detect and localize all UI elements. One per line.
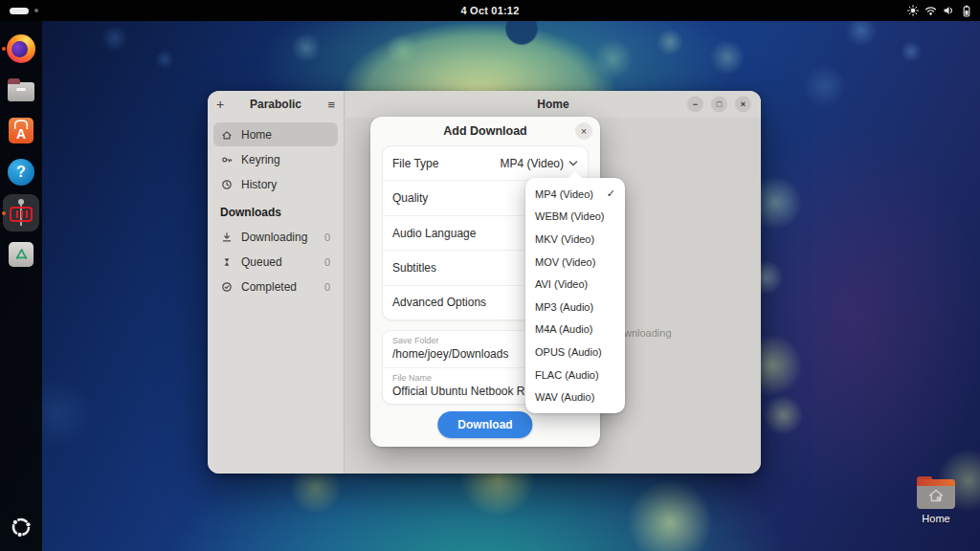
sidebar-header: + Parabolic ≡ <box>208 91 344 118</box>
sidebar-item-history[interactable]: History <box>213 172 338 196</box>
running-indicator-dot <box>2 47 6 51</box>
popover-arrow <box>568 171 582 178</box>
workspace-dot-icon <box>34 9 38 12</box>
top-bar: 4 Oct 01:12 <box>0 0 980 21</box>
popover-item-label: MP3 (Audio) <box>535 301 593 313</box>
popover-item-mkv-video[interactable]: MKV (Video) <box>525 228 625 251</box>
desktop-icon-label: Home <box>911 513 961 524</box>
dimmed-background-text: wnloading <box>624 327 672 339</box>
sidebar-item-label: Keyring <box>241 153 280 166</box>
close-window-button[interactable]: × <box>735 97 751 113</box>
file-type-value: MP4 (Video) <box>501 157 578 170</box>
add-download-button[interactable]: + <box>216 98 234 111</box>
popover-item-m4a-audio[interactable]: M4A (Audio) <box>525 319 625 342</box>
wifi-icon <box>924 5 937 16</box>
dock-item-firefox[interactable] <box>0 28 42 69</box>
ubuntu-software-icon: A <box>9 118 33 143</box>
chevron-down-icon <box>568 161 578 166</box>
clock[interactable]: 4 Oct 01:12 <box>461 5 520 16</box>
dock-item-trash[interactable] <box>0 233 42 275</box>
popover-item-mp3-audio[interactable]: MP3 (Audio) <box>525 296 625 319</box>
sidebar-item-queued[interactable]: Queued 0 <box>213 250 338 274</box>
dialog-title: Add Download <box>443 124 527 138</box>
home-folder-icon <box>917 479 955 509</box>
dock-item-help[interactable]: ? <box>0 151 42 192</box>
headerbar: Home − □ × <box>345 91 761 118</box>
sidebar: + Parabolic ≡ Home Keyring History Downl <box>208 91 345 474</box>
check-icon <box>607 187 615 200</box>
show-apps-button[interactable] <box>0 511 42 543</box>
popover-item-label: WAV (Audio) <box>535 391 594 403</box>
selected-file-type: MP4 (Video) <box>501 157 564 170</box>
popover-item-label: M4A (Audio) <box>535 323 593 335</box>
night-light-icon <box>907 5 919 16</box>
sidebar-item-label: Completed <box>241 280 297 294</box>
popover-item-mov-video[interactable]: MOV (Video) <box>525 251 625 274</box>
option-label: Quality <box>392 191 428 205</box>
download-arrow-icon <box>221 231 233 243</box>
sidebar-item-home[interactable]: Home <box>213 122 338 146</box>
sidebar-item-label: Queued <box>241 255 282 269</box>
sidebar-downloads-nav: Downloading 0 Queued 0 Completed 0 <box>208 225 344 298</box>
option-label: Advanced Options <box>392 296 486 309</box>
file-type-popover: MP4 (Video) WEBM (Video) MKV (Video) MOV… <box>525 178 625 413</box>
sidebar-item-keyring[interactable]: Keyring <box>213 147 338 171</box>
key-icon <box>221 154 233 165</box>
running-indicator-dot <box>2 211 6 215</box>
maximize-button[interactable]: □ <box>711 97 727 113</box>
battery-icon <box>961 5 972 17</box>
popover-item-label: MOV (Video) <box>535 256 595 268</box>
popover-item-webm-video[interactable]: WEBM (Video) <box>525 206 625 229</box>
volume-icon <box>943 5 955 16</box>
ubuntu-logo-icon <box>10 516 33 539</box>
popover-item-avi-video[interactable]: AVI (Video) <box>525 273 625 296</box>
option-label: Audio Language <box>392 227 476 240</box>
history-clock-icon <box>221 179 233 190</box>
dock-item-ubuntu-software[interactable]: A <box>0 110 42 151</box>
main-menu-button[interactable]: ≡ <box>318 99 335 111</box>
recycle-icon <box>14 248 29 261</box>
files-folder-icon <box>8 82 34 101</box>
completed-count-badge: 0 <box>324 281 330 293</box>
sidebar-item-completed[interactable]: Completed 0 <box>213 275 338 298</box>
workspace-pill-icon <box>10 8 29 14</box>
popover-item-label: AVI (Video) <box>535 278 588 290</box>
popover-item-label: FLAC (Audio) <box>535 369 599 381</box>
minimize-button[interactable]: − <box>687 97 703 113</box>
check-circle-icon <box>221 281 233 293</box>
firefox-icon <box>7 34 35 63</box>
parabolic-antenna-dot <box>18 199 24 205</box>
option-label: Subtitles <box>392 261 436 275</box>
downloading-count-badge: 0 <box>324 231 330 243</box>
sidebar-item-downloading[interactable]: Downloading 0 <box>213 225 338 249</box>
popover-item-label: WEBM (Video) <box>535 210 605 222</box>
file-type-row[interactable]: File Type MP4 (Video) <box>383 146 588 180</box>
popover-item-wav-audio[interactable]: WAV (Audio) <box>525 386 625 408</box>
desktop-screen: 4 Oct 01:12 A ? <box>0 0 980 551</box>
workspace-indicator[interactable] <box>10 0 38 21</box>
trash-icon <box>9 242 33 267</box>
page-title: Home <box>537 98 568 111</box>
dialog-header: Add Download × <box>370 117 600 145</box>
queued-count-badge: 0 <box>324 256 330 268</box>
dock-item-parabolic[interactable] <box>0 192 42 233</box>
home-icon <box>221 129 233 141</box>
window-controls: − □ × <box>687 97 751 113</box>
download-button[interactable]: Download <box>437 411 532 438</box>
app-title: Parabolic <box>234 98 318 111</box>
parabolic-body <box>10 207 33 222</box>
option-label: File Type <box>392 157 438 170</box>
desktop-icon-home[interactable]: Home <box>911 479 961 524</box>
popover-item-mp4-video[interactable]: MP4 (Video) <box>525 183 625 206</box>
sidebar-item-label: Home <box>241 128 272 142</box>
hourglass-icon <box>221 256 233 268</box>
downloads-section-label: Downloads <box>208 197 344 225</box>
sidebar-item-label: History <box>241 178 277 191</box>
popover-item-label: MP4 (Video) <box>535 188 593 200</box>
dock: A ? <box>0 21 42 551</box>
dock-item-files[interactable] <box>0 69 42 110</box>
system-status-area[interactable] <box>907 0 972 21</box>
popover-item-flac-audio[interactable]: FLAC (Audio) <box>525 364 625 386</box>
popover-item-opus-audio[interactable]: OPUS (Audio) <box>525 341 625 364</box>
close-dialog-button[interactable]: × <box>575 122 592 140</box>
